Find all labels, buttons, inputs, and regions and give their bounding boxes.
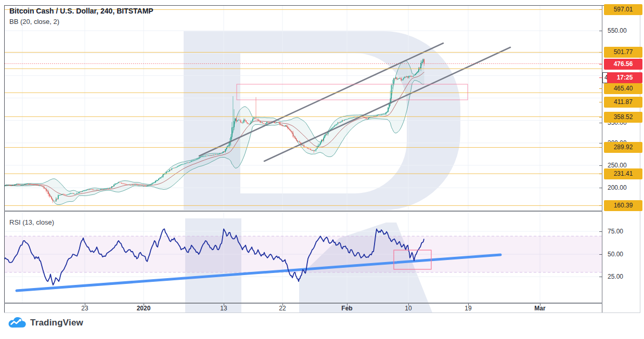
price-tick	[599, 205, 602, 206]
price-tick	[599, 64, 602, 64]
price-tick	[599, 143, 602, 144]
time-axis-label: 10	[393, 305, 424, 312]
price-tick	[599, 147, 602, 148]
time-tick	[144, 304, 144, 306]
rsi-pane[interactable]	[1, 229, 602, 291]
rsi-tick	[599, 231, 602, 232]
time-axis-label: 22	[267, 305, 298, 312]
time-tick	[540, 304, 540, 306]
price-level-badge: 358.52	[604, 112, 642, 123]
time-axis-label: Mar	[524, 305, 556, 312]
price-tick	[599, 123, 602, 123]
price-level-badge: 465.40	[604, 83, 642, 94]
time-tick	[347, 304, 347, 306]
trend-channel-line[interactable]	[264, 47, 510, 161]
price-tick	[599, 188, 602, 188]
price-level-badge: 476.56	[604, 59, 642, 70]
time-tick	[224, 304, 224, 306]
tradingview-cloud-icon	[7, 316, 27, 329]
tradingview-chart: Bitcoin Cash / U.S. Dollar, 240, BITSTAM…	[0, 0, 644, 339]
symbol-title[interactable]: Bitcoin Cash / U.S. Dollar, 240, BITSTAM…	[9, 7, 153, 15]
rsi-axis-label: 75.00	[608, 228, 623, 235]
highlight-rectangle[interactable]	[237, 84, 468, 100]
bar-countdown-badge: 17:25	[607, 72, 642, 83]
rsi-tick	[599, 254, 602, 255]
time-axis-separator[interactable]	[4, 303, 602, 304]
frame-top	[4, 5, 640, 6]
price-axis-separator[interactable]	[602, 5, 602, 313]
main-price-pane[interactable]	[4, 43, 510, 205]
price-tick	[599, 77, 602, 78]
time-tick	[282, 304, 283, 306]
price-tick	[599, 117, 602, 118]
price-level-badge: 597.01	[604, 4, 642, 15]
candle-wicks-up	[5, 59, 423, 202]
bb-lower-band[interactable]	[5, 80, 424, 204]
price-level-badge: 289.92	[604, 142, 642, 153]
price-tick	[599, 52, 602, 53]
time-axis-label: 23	[69, 305, 100, 312]
price-axis-label: 200.00	[608, 184, 627, 191]
bb-indicator-label[interactable]: BB (20, close, 2)	[9, 18, 59, 25]
price-tick	[599, 102, 602, 102]
rsi-axis-label: 50.00	[608, 251, 623, 258]
frame-bottom	[4, 312, 640, 313]
time-tick	[408, 304, 409, 306]
price-tick	[599, 88, 602, 89]
chart-canvas[interactable]	[0, 0, 644, 339]
price-level-badge: 411.87	[604, 97, 642, 108]
bb-fill	[5, 60, 424, 204]
price-tick	[599, 9, 602, 10]
rsi-band	[5, 236, 602, 272]
frame-left	[4, 5, 5, 313]
price-level-badge: 231.41	[604, 168, 642, 179]
price-axis-label: 250.00	[608, 162, 627, 169]
rsi-indicator-label[interactable]: RSI (13, close)	[9, 218, 54, 226]
price-tick	[599, 31, 602, 31]
price-level-badge: 160.39	[604, 200, 642, 211]
time-axis-label: 19	[453, 305, 484, 312]
time-tick	[468, 304, 469, 306]
bb-upper-band[interactable]	[5, 60, 424, 192]
bb-basis-line[interactable]	[5, 72, 424, 197]
price-level-badge: 501.77	[604, 47, 642, 58]
price-tick	[599, 165, 602, 166]
price-axis-label: 550.00	[608, 27, 627, 34]
rsi-tick	[599, 277, 602, 277]
tradingview-logo-text: TradingView	[30, 318, 83, 328]
candles-up[interactable]	[4, 59, 423, 202]
tradingview-logo[interactable]: TradingView	[7, 316, 83, 329]
pane-divider[interactable]	[4, 211, 602, 212]
rsi-axis-label: 25.00	[608, 273, 623, 280]
time-axis-label: 13	[208, 305, 239, 312]
price-tick	[599, 174, 602, 174]
time-axis-label: Feb	[331, 305, 363, 312]
time-axis-label: 2020	[128, 305, 159, 312]
time-tick	[85, 304, 85, 306]
